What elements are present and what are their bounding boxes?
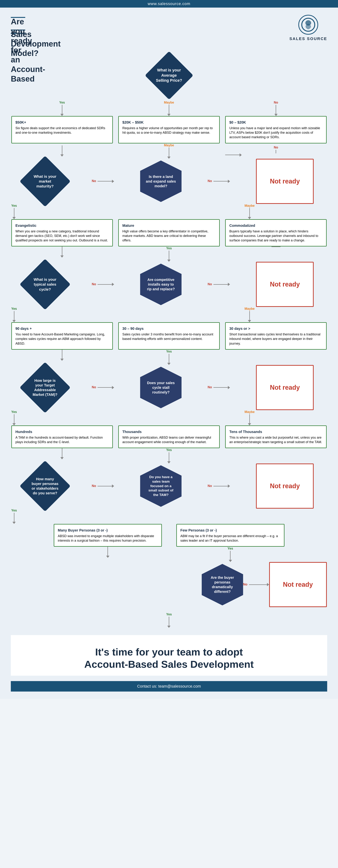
30-90days-body: Sales cycles under 3 months benefit from…: [123, 332, 215, 341]
q5-post-conn: Yes: [11, 508, 327, 524]
q2b-hex: Is there a land and expand sales model?: [140, 161, 181, 202]
flowchart: What is your Average Selling Price? Yes …: [11, 50, 327, 628]
q4-diamond: How large is your Target Addressable Mar…: [24, 367, 66, 408]
logo-icon: [301, 18, 315, 32]
row3-boxes: 90 days + You need to have Account-Based…: [11, 322, 327, 350]
not-ready-1: Not ready: [256, 159, 314, 204]
q1-connectors: Yes Maybe No: [11, 101, 327, 116]
box-20k-50k: $20K – $50K Requires a higher volume of …: [118, 116, 220, 144]
q6-hex: Are the buyer personas dramatically diff…: [202, 564, 243, 605]
not-ready-2: Not ready: [256, 262, 314, 307]
row5-post-conn: Yes: [11, 547, 327, 562]
q4-post-conn: Yes Maybe: [11, 410, 327, 426]
row5-boxes: Many Buyer Personas (3 or -) ABSD was in…: [11, 524, 327, 547]
commodatized-title: Commodatized: [229, 223, 323, 228]
not-ready-3: Not ready: [256, 365, 314, 410]
row1-post-connectors: Maybe No: [11, 144, 327, 159]
label-yes-1: Yes: [59, 101, 65, 104]
tens-thousands-title: Tens of Thousands: [229, 429, 323, 434]
q3b-text: Are competitive installs easy to rip and…: [145, 277, 176, 291]
bottom-cta: It's time for your team to adopt Account…: [11, 635, 327, 676]
box-few-personas: Few Personas (3 or -) ABM may be a fit i…: [176, 524, 284, 547]
page-title: Are you ready for an Account-Based Sales…: [11, 17, 25, 34]
30days-title: 30 days or >: [229, 326, 323, 331]
box-0-body: Unless you have a major land and expand …: [229, 126, 323, 140]
q5-diamond: How many buyer personas or stakeholders …: [24, 465, 66, 507]
box-mature: Mature High value offers become a key di…: [118, 219, 220, 247]
logo-area: SALES SOURCE: [289, 15, 327, 41]
main-container: Are you ready for an Account-Based Sales…: [0, 7, 338, 699]
q6-row: Are the buyer personas dramatically diff…: [11, 562, 327, 607]
q1-wrapper: What is your Average Selling Price?: [11, 56, 327, 95]
30days-body: Short transactional sales cycles lend th…: [229, 332, 323, 346]
row4-post-conn: Yes: [11, 448, 327, 464]
box-0-title: $0 – $20K: [229, 120, 323, 125]
site-url: www.salessource.com: [148, 1, 190, 6]
contact-text: Contact us: team@salessource.com: [137, 684, 201, 688]
box-tens-thousands: Tens of Thousands This is where you cast…: [225, 426, 327, 448]
box-commodatized: Commodatized Buyers typically have a sol…: [225, 219, 327, 247]
q5-row: How many buyer personas or stakeholders …: [11, 464, 327, 508]
90days-title: 90 days +: [15, 326, 109, 331]
contact-bar: Contact us: team@salessource.com: [11, 681, 327, 691]
final-conn: Yes: [11, 613, 327, 628]
row4-boxes: Hundreds A TAM in the hundreds is accoun…: [11, 426, 327, 448]
row2-post-conn: Yes: [11, 246, 327, 262]
label-no-1b: No: [274, 146, 278, 149]
not-ready-5-text: Not ready: [283, 581, 313, 588]
q2-post-connectors: Yes Maybe: [11, 204, 327, 219]
box-20k-body: Requires a higher volume of opportunitie…: [123, 126, 215, 135]
q2-row: What is your market maturity? No Is ther…: [11, 159, 327, 204]
box-50k-title: $50K+: [15, 120, 109, 125]
thousands-title: Thousands: [123, 429, 215, 434]
q1-text: What is your Average Selling Price?: [155, 68, 183, 83]
q3-row: What is your typical sales cycle? No Are…: [11, 262, 327, 307]
logo-circle: [298, 15, 318, 35]
box-50k-body: Six figure deals support the unit econom…: [15, 126, 109, 135]
not-ready-3-text: Not ready: [270, 384, 300, 391]
header-title-area: Are you ready for an Account-Based Sales…: [11, 15, 25, 34]
label-maybe-1: Maybe: [164, 101, 174, 104]
q4-text: How large is your Target Addressable Mar…: [30, 378, 60, 397]
q1-diamond: What is your Average Selling Price?: [149, 56, 189, 95]
box-many-personas: Many Buyer Personas (3 or -) ABSD was in…: [54, 524, 162, 547]
not-ready-4-text: Not ready: [270, 482, 300, 490]
box-hundreds: Hundreds A TAM in the hundreds is accoun…: [11, 426, 113, 448]
q6-text: Are the buyer personas dramatically diff…: [207, 575, 238, 594]
q2-text: What is your market maturity?: [30, 174, 60, 189]
q4b-hex: Does your sales cycle stall routinely?: [140, 367, 181, 408]
many-personas-title: Many Buyer Personas (3 or -): [58, 528, 158, 533]
q5b-text: Do you have a sales team focused on a sm…: [145, 475, 176, 497]
yes-r2-c2: Yes: [166, 246, 172, 250]
few-personas-title: Few Personas (3 or -): [180, 528, 280, 533]
cta-title: It's time for your team to adopt Account…: [18, 646, 320, 670]
30-90days-title: 30 – 90 days: [123, 326, 215, 331]
box-50k-plus: $50K+ Six figure deals support the unit …: [11, 116, 113, 144]
not-ready-2-text: Not ready: [270, 281, 300, 288]
q4-row: How large is your Target Addressable Mar…: [11, 365, 327, 410]
q3-text: What is your typical sales cycle?: [30, 277, 60, 292]
q2-diamond: What is your market maturity?: [24, 161, 66, 202]
not-ready-5: Not ready: [269, 562, 327, 607]
q3b-hex: Are competitive installs easy to rip and…: [140, 264, 181, 305]
label-maybe-1b: Maybe: [164, 144, 174, 147]
row3-post-conn: Yes: [11, 350, 327, 365]
yes-q2: Yes: [11, 204, 17, 208]
hundreds-body: A TAM in the hundreds is account-based b…: [15, 435, 109, 444]
many-personas-body: ABSD was invented to engage multiple sta…: [58, 534, 158, 543]
label-no-1: No: [274, 101, 278, 104]
commodatized-body: Buyers typically have a solution in plac…: [229, 229, 323, 243]
not-ready-1-text: Not ready: [270, 178, 300, 185]
box-evangelistic: Evangelistic When you are creating a new…: [11, 219, 113, 247]
90days-body: You need to have Account-Based Marketing…: [15, 332, 109, 346]
q3-post-conn: Yes Maybe: [11, 307, 327, 322]
box-30-90days: 30 – 90 days Sales cycles under 3 months…: [118, 322, 220, 350]
header-section: Are you ready for an Account-Based Sales…: [11, 15, 327, 41]
box-90days: 90 days + You need to have Account-Based…: [11, 322, 113, 350]
top-bar: www.salessource.com: [0, 0, 338, 7]
thousands-body: With proper prioritization, ABSD teams c…: [123, 435, 215, 444]
box-20k-title: $20K – $50K: [123, 120, 215, 125]
row1-boxes: $50K+ Six figure deals support the unit …: [11, 116, 327, 144]
few-personas-body: ABM may be a fit if the buyer personas a…: [180, 534, 280, 543]
box-30days: 30 days or > Short transactional sales c…: [225, 322, 327, 350]
